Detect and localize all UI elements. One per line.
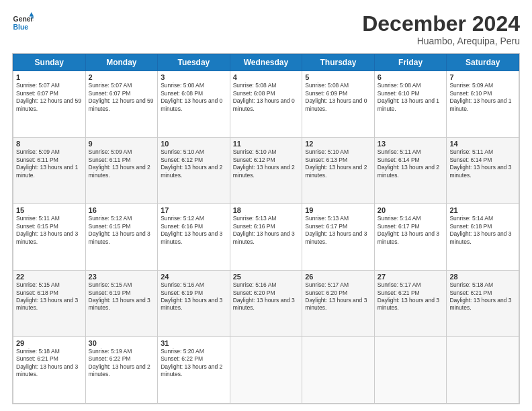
day-number: 16 <box>89 206 155 214</box>
calendar-cell <box>447 337 519 404</box>
day-number: 31 <box>161 339 227 347</box>
day-info: Sunrise: 5:12 AMSunset: 6:16 PMDaylight:… <box>161 215 227 246</box>
weekday-header-thursday: Thursday <box>302 54 375 71</box>
calendar-cell: 14Sunrise: 5:11 AMSunset: 6:14 PMDayligh… <box>447 138 519 204</box>
calendar: SundayMondayTuesdayWednesdayThursdayFrid… <box>12 53 520 404</box>
calendar-cell: 19Sunrise: 5:13 AMSunset: 6:17 PMDayligh… <box>302 204 375 271</box>
calendar-cell <box>230 337 302 404</box>
day-number: 11 <box>233 140 300 148</box>
day-number: 13 <box>378 140 444 148</box>
day-info: Sunrise: 5:11 AMSunset: 6:14 PMDaylight:… <box>449 148 516 179</box>
weekday-header-tuesday: Tuesday <box>158 54 230 71</box>
day-number: 14 <box>449 140 516 148</box>
calendar-cell: 13Sunrise: 5:11 AMSunset: 6:14 PMDayligh… <box>374 138 447 204</box>
day-info: Sunrise: 5:09 AMSunset: 6:11 PMDaylight:… <box>89 148 155 179</box>
weekday-header-wednesday: Wednesday <box>230 54 302 71</box>
calendar-cell: 26Sunrise: 5:17 AMSunset: 6:20 PMDayligh… <box>302 271 375 337</box>
day-number: 25 <box>233 273 300 281</box>
header: General Blue December 2024 Huambo, Arequ… <box>12 12 520 46</box>
day-number: 4 <box>233 73 300 81</box>
day-info: Sunrise: 5:08 AMSunset: 6:09 PMDaylight:… <box>305 82 371 113</box>
calendar-cell: 25Sunrise: 5:16 AMSunset: 6:20 PMDayligh… <box>230 271 302 337</box>
day-number: 17 <box>161 206 227 214</box>
calendar-cell <box>302 337 375 404</box>
day-info: Sunrise: 5:08 AMSunset: 6:08 PMDaylight:… <box>233 82 300 113</box>
day-info: Sunrise: 5:12 AMSunset: 6:15 PMDaylight:… <box>89 215 155 246</box>
day-number: 9 <box>89 140 155 148</box>
calendar-cell: 1Sunrise: 5:07 AMSunset: 6:07 PMDaylight… <box>13 71 86 138</box>
day-number: 8 <box>16 140 83 148</box>
day-info: Sunrise: 5:15 AMSunset: 6:18 PMDaylight:… <box>16 281 83 312</box>
calendar-cell: 27Sunrise: 5:17 AMSunset: 6:21 PMDayligh… <box>374 271 447 337</box>
day-number: 2 <box>89 73 155 81</box>
month-title: December 2024 <box>362 12 520 36</box>
day-number: 20 <box>378 206 444 214</box>
calendar-cell: 15Sunrise: 5:11 AMSunset: 6:15 PMDayligh… <box>13 204 86 271</box>
day-info: Sunrise: 5:16 AMSunset: 6:19 PMDaylight:… <box>161 281 227 312</box>
day-info: Sunrise: 5:09 AMSunset: 6:11 PMDaylight:… <box>16 148 83 179</box>
calendar-cell: 12Sunrise: 5:10 AMSunset: 6:13 PMDayligh… <box>302 138 375 204</box>
day-info: Sunrise: 5:20 AMSunset: 6:22 PMDaylight:… <box>161 348 227 379</box>
calendar-cell: 24Sunrise: 5:16 AMSunset: 6:19 PMDayligh… <box>158 271 230 337</box>
calendar-cell: 21Sunrise: 5:14 AMSunset: 6:18 PMDayligh… <box>447 204 519 271</box>
day-number: 5 <box>305 73 371 81</box>
day-info: Sunrise: 5:08 AMSunset: 6:10 PMDaylight:… <box>378 82 444 113</box>
day-number: 30 <box>89 339 155 347</box>
calendar-cell: 31Sunrise: 5:20 AMSunset: 6:22 PMDayligh… <box>158 337 230 404</box>
weekday-header-monday: Monday <box>85 54 158 71</box>
day-number: 24 <box>161 273 227 281</box>
location-subtitle: Huambo, Arequipa, Peru <box>362 36 520 46</box>
calendar-cell: 29Sunrise: 5:18 AMSunset: 6:21 PMDayligh… <box>13 337 86 404</box>
calendar-cell: 28Sunrise: 5:18 AMSunset: 6:21 PMDayligh… <box>447 271 519 337</box>
day-number: 18 <box>233 206 300 214</box>
calendar-cell: 18Sunrise: 5:13 AMSunset: 6:16 PMDayligh… <box>230 204 302 271</box>
day-info: Sunrise: 5:11 AMSunset: 6:14 PMDaylight:… <box>378 148 444 179</box>
day-info: Sunrise: 5:17 AMSunset: 6:21 PMDaylight:… <box>378 281 444 312</box>
calendar-cell: 9Sunrise: 5:09 AMSunset: 6:11 PMDaylight… <box>85 138 158 204</box>
day-info: Sunrise: 5:07 AMSunset: 6:07 PMDaylight:… <box>89 82 155 113</box>
day-info: Sunrise: 5:10 AMSunset: 6:13 PMDaylight:… <box>305 148 371 179</box>
calendar-cell: 23Sunrise: 5:15 AMSunset: 6:19 PMDayligh… <box>85 271 158 337</box>
day-number: 10 <box>161 140 227 148</box>
day-info: Sunrise: 5:08 AMSunset: 6:08 PMDaylight:… <box>161 82 227 113</box>
day-number: 12 <box>305 140 371 148</box>
day-info: Sunrise: 5:10 AMSunset: 6:12 PMDaylight:… <box>161 148 227 179</box>
calendar-cell: 30Sunrise: 5:19 AMSunset: 6:22 PMDayligh… <box>85 337 158 404</box>
logo: General Blue <box>12 12 34 34</box>
calendar-cell <box>374 337 447 404</box>
day-info: Sunrise: 5:19 AMSunset: 6:22 PMDaylight:… <box>89 348 155 379</box>
calendar-cell: 6Sunrise: 5:08 AMSunset: 6:10 PMDaylight… <box>374 71 447 138</box>
page: General Blue December 2024 Huambo, Arequ… <box>0 0 532 411</box>
day-info: Sunrise: 5:10 AMSunset: 6:12 PMDaylight:… <box>233 148 300 179</box>
calendar-cell: 17Sunrise: 5:12 AMSunset: 6:16 PMDayligh… <box>158 204 230 271</box>
day-info: Sunrise: 5:18 AMSunset: 6:21 PMDaylight:… <box>16 348 83 379</box>
day-number: 22 <box>16 273 83 281</box>
day-info: Sunrise: 5:13 AMSunset: 6:17 PMDaylight:… <box>305 215 371 246</box>
day-number: 21 <box>449 206 516 214</box>
calendar-cell: 5Sunrise: 5:08 AMSunset: 6:09 PMDaylight… <box>302 71 375 138</box>
day-number: 27 <box>378 273 444 281</box>
day-number: 23 <box>89 273 155 281</box>
day-number: 26 <box>305 273 371 281</box>
day-number: 1 <box>16 73 83 81</box>
weekday-header-saturday: Saturday <box>447 54 519 71</box>
day-number: 19 <box>305 206 371 214</box>
calendar-cell: 11Sunrise: 5:10 AMSunset: 6:12 PMDayligh… <box>230 138 302 204</box>
calendar-cell: 3Sunrise: 5:08 AMSunset: 6:08 PMDaylight… <box>158 71 230 138</box>
calendar-cell: 16Sunrise: 5:12 AMSunset: 6:15 PMDayligh… <box>85 204 158 271</box>
svg-text:General: General <box>13 15 34 23</box>
calendar-cell: 8Sunrise: 5:09 AMSunset: 6:11 PMDaylight… <box>13 138 86 204</box>
day-number: 7 <box>449 73 516 81</box>
calendar-cell: 20Sunrise: 5:14 AMSunset: 6:17 PMDayligh… <box>374 204 447 271</box>
svg-text:Blue: Blue <box>13 24 29 31</box>
day-info: Sunrise: 5:15 AMSunset: 6:19 PMDaylight:… <box>89 281 155 312</box>
day-info: Sunrise: 5:11 AMSunset: 6:15 PMDaylight:… <box>16 215 83 246</box>
day-info: Sunrise: 5:14 AMSunset: 6:17 PMDaylight:… <box>378 215 444 246</box>
day-number: 29 <box>16 339 83 347</box>
day-info: Sunrise: 5:14 AMSunset: 6:18 PMDaylight:… <box>449 215 516 246</box>
day-number: 15 <box>16 206 83 214</box>
weekday-header-friday: Friday <box>374 54 447 71</box>
calendar-cell: 2Sunrise: 5:07 AMSunset: 6:07 PMDaylight… <box>85 71 158 138</box>
weekday-header-sunday: Sunday <box>13 54 86 71</box>
day-info: Sunrise: 5:07 AMSunset: 6:07 PMDaylight:… <box>16 82 83 113</box>
